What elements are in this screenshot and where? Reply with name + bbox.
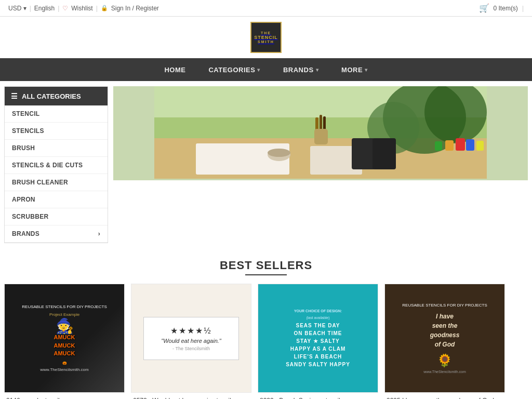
hero-image <box>113 86 528 180</box>
top-bar: USD ▾ | English | ♡ Wishlist | 🔒 Sign In… <box>0 0 532 17</box>
hero-svg <box>113 86 528 179</box>
nav-more[interactable]: MORE ▾ <box>330 58 379 81</box>
heart-icon: ♡ <box>62 5 68 12</box>
sidebar-item-brands-label: BRANDS <box>12 230 39 237</box>
menu-lines-icon: ☰ <box>11 92 18 100</box>
svg-rect-7 <box>456 138 465 151</box>
sep5: | <box>522 5 524 12</box>
svg-rect-23 <box>373 138 396 169</box>
product-image-4: REUSABLE STENCILS for DIY projects I hav… <box>384 284 505 393</box>
currency-label: USD <box>8 5 21 12</box>
main-layout: ☰ ALL CATEGORIES STENCIL STENCILS BRUSH … <box>0 81 532 248</box>
prod1-url: www.TheStencilsmith.com <box>40 367 88 372</box>
prod4-top-label: REUSABLE STENCILS for DIY projects <box>402 303 487 308</box>
svg-point-21 <box>268 149 290 157</box>
prod1-witch-icon: 🧙 <box>56 319 74 334</box>
top-bar-right: 🛒 0 Item(s) | <box>479 3 524 13</box>
prod2-attr: - The Stencilsmith <box>154 346 228 351</box>
sidebar-item-brush-label: BRUSH <box>12 144 35 152</box>
prod3-line6: SANDY SALTY HAPPY <box>286 361 350 368</box>
prod1-top-label: REUSABLE STENCILS for DIY projects <box>22 304 107 309</box>
nav-brands[interactable]: BRANDS ▾ <box>272 58 330 81</box>
product-name-1: 9146 amuck stencil <box>4 393 125 399</box>
prod4-main-text: I haveseen thegoodnessof God <box>430 312 460 349</box>
svg-rect-10 <box>435 141 442 151</box>
product-card-1[interactable]: REUSABLE STENCILS for DIY projects Proje… <box>4 284 125 399</box>
chevron-right-icon: › <box>98 230 100 237</box>
sidebar-item-apron[interactable]: APRON <box>5 191 108 208</box>
prod3-line4: HAPPY AS A CLAM <box>290 345 346 352</box>
product-card-4[interactable]: REUSABLE STENCILS for DIY projects I hav… <box>384 284 505 399</box>
nav-home-label: HOME <box>164 66 185 74</box>
prod2-review-box: ★★★★½ "Would eat here again." - The Sten… <box>143 317 239 360</box>
header: THE STENCIL SMITH <box>0 17 532 58</box>
product-name-4: 9295 I have seen the goodness of God ste… <box>384 393 505 399</box>
wishlist-label: Wishlist <box>71 5 92 12</box>
logo: THE STENCIL SMITH <box>250 22 282 53</box>
logo-line3: SMITH <box>258 40 274 44</box>
product-image-3: YOUR CHOICE OF DESIGN: (last available) … <box>258 284 378 393</box>
sidebar-item-brush-cleaner[interactable]: BRUSH CLEANER <box>5 174 108 191</box>
chevron-down-icon: ▾ <box>257 67 260 73</box>
product-name-2: 6573 - Would eat here again stencil <box>131 393 251 399</box>
currency-arrow: ▾ <box>23 5 26 12</box>
prod4-sunflower-icon: 🌻 <box>437 353 453 368</box>
nav-brands-label: BRANDS <box>283 66 314 74</box>
currency-selector[interactable]: USD ▾ <box>8 5 26 12</box>
sidebar-item-brands[interactable]: BRANDS › <box>5 225 108 243</box>
svg-rect-8 <box>445 140 454 151</box>
signin-link[interactable]: Sign In / Register <box>111 5 159 12</box>
prod1-main-text: AMUCKAMUCKAMUCK <box>54 334 75 357</box>
prod4-url: www.TheStencilsmith.com <box>423 370 466 374</box>
prod1-pumpkin: 🎃 <box>62 361 67 365</box>
prod3-line2: ON BEACH TIME <box>294 330 342 337</box>
product-card-3[interactable]: YOUR CHOICE OF DESIGN: (last available) … <box>258 284 378 399</box>
prod3-line1: SEAS THE DAY <box>296 322 340 329</box>
sidebar-item-stencil[interactable]: STENCIL <box>5 105 108 123</box>
prod3-choice-label: YOUR CHOICE OF DESIGN: <box>294 309 342 313</box>
sidebar-item-scrubber[interactable]: SCRUBBER <box>5 208 108 225</box>
sep2: | <box>58 5 59 12</box>
cart-link[interactable]: 0 Item(s) <box>494 5 518 12</box>
sidebar-header-label: ALL CATEGORIES <box>22 92 81 100</box>
prod3-line3: STAY ★ SALTY <box>296 338 339 344</box>
best-sellers-underline <box>245 274 287 275</box>
sidebar-item-brush[interactable]: BRUSH <box>5 140 108 157</box>
svg-rect-22 <box>352 138 375 169</box>
svg-rect-9 <box>466 139 474 151</box>
nav-categories[interactable]: CATEGORIES ▾ <box>197 58 272 81</box>
logo-link[interactable]: THE STENCIL SMITH <box>250 22 282 53</box>
best-sellers-title: BEST SELLERS <box>4 259 528 272</box>
product-image-2: ★★★★½ "Would eat here again." - The Sten… <box>131 284 251 393</box>
sep3: | <box>96 5 98 12</box>
product-card-2[interactable]: ★★★★½ "Would eat here again." - The Sten… <box>131 284 251 399</box>
sidebar-header: ☰ ALL CATEGORIES <box>5 87 108 105</box>
svg-rect-11 <box>476 141 484 151</box>
sidebar-item-stencils[interactable]: STENCILS <box>5 123 108 140</box>
top-bar-left: USD ▾ | English | ♡ Wishlist | 🔒 Sign In… <box>8 5 159 12</box>
prod2-quote: "Would eat here again." <box>154 338 228 344</box>
sidebar-item-scrubber-label: SCRUBBER <box>12 213 48 220</box>
logo-line1: THE <box>261 31 271 35</box>
main-nav: HOME CATEGORIES ▾ BRANDS ▾ MORE ▾ <box>0 58 532 81</box>
language-selector[interactable]: English <box>34 5 55 12</box>
product-name-3: 8223 - Beach Sayings stencils <box>258 393 378 399</box>
best-sellers-section: BEST SELLERS REUSABLE STENCILS for DIY p… <box>0 248 532 399</box>
products-grid: REUSABLE STENCILS for DIY projects Proje… <box>4 284 528 399</box>
prod3-note: (last available) <box>306 316 329 320</box>
nav-home[interactable]: HOME <box>153 58 197 81</box>
signin-label: Sign In / Register <box>111 5 159 12</box>
sidebar-item-stencils-die-cuts[interactable]: STENCILS & DIE CUTS <box>5 157 108 174</box>
chevron-down-icon: ▾ <box>316 67 319 73</box>
logo-line2: STENCIL <box>254 35 278 40</box>
wishlist-link[interactable]: Wishlist <box>71 5 92 12</box>
sidebar-item-stencil-label: STENCIL <box>12 110 39 117</box>
sidebar-item-stencils-label: STENCILS <box>12 127 44 135</box>
cart-icon: 🛒 <box>479 3 489 13</box>
nav-categories-label: CATEGORIES <box>208 66 255 74</box>
product-image-1: REUSABLE STENCILS for DIY projects Proje… <box>4 284 125 393</box>
sidebar: ☰ ALL CATEGORIES STENCIL STENCILS BRUSH … <box>4 86 108 243</box>
cart-label: 0 Item(s) <box>494 5 518 12</box>
nav-more-label: MORE <box>341 66 363 74</box>
sep1: | <box>30 5 31 12</box>
